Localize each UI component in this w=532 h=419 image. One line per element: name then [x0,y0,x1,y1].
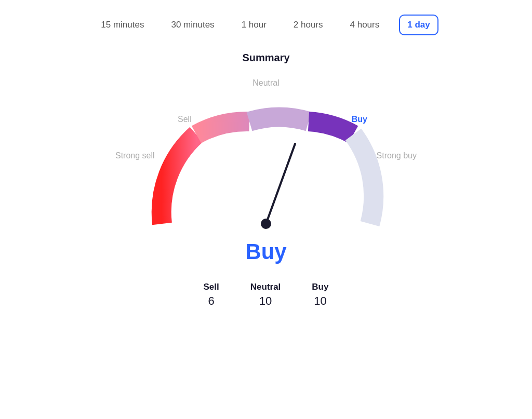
stat-label-sell: Sell [204,282,219,292]
gauge-segment-strong-buy [353,134,374,224]
stat-sell: Sell6 [204,282,219,308]
strong-buy-label: Strong buy [377,151,417,160]
stat-neutral: Neutral10 [250,282,281,308]
gauge-segment-sell [196,121,249,134]
stat-value-sell: 6 [208,294,215,308]
stats-row: Sell6Neutral10Buy10 [204,282,329,308]
time-selector: 15 minutes30 minutes1 hour2 hours4 hours… [0,0,532,46]
stat-buy: Buy10 [312,282,328,308]
stat-value-neutral: 10 [259,294,272,308]
time-btn-4-hours[interactable]: 4 hours [343,16,387,34]
stat-label-neutral: Neutral [250,282,281,292]
gauge-pivot [261,219,271,229]
time-btn-1-day[interactable]: 1 day [399,15,438,35]
time-btn-1-hour[interactable]: 1 hour [234,16,274,34]
time-btn-30-minutes[interactable]: 30 minutes [164,16,221,34]
gauge-segment-strong-sell [162,134,196,224]
stat-value-buy: 10 [314,294,326,308]
neutral-label: Neutral [252,78,280,88]
gauge-svg [110,73,422,250]
sell-label: Sell [178,115,192,124]
gauge-segment-neutral [249,117,309,121]
time-btn-2-hours[interactable]: 2 hours [286,16,330,34]
gauge-container: Neutral Sell Buy Strong sell Strong buy [110,73,422,250]
time-btn-15-minutes[interactable]: 15 minutes [94,16,151,34]
gauge-needle [266,144,295,224]
buy-label-gauge: Buy [352,115,367,124]
stat-label-buy: Buy [312,282,328,292]
gauge-segment-buy [309,121,353,134]
summary-title: Summary [242,52,289,64]
strong-sell-label: Strong sell [115,151,155,160]
